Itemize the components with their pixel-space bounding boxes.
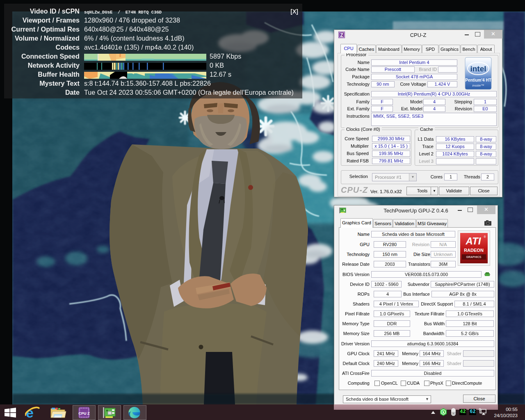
svg-text:intel: intel [470,64,486,73]
svg-text:GRAPHICS: GRAPHICS [466,256,482,258]
svg-text:®: ® [484,235,486,238]
svg-text:ATI: ATI [466,235,482,247]
svg-text:RADEON: RADEON [464,248,484,253]
svg-text:k: k [443,410,445,414]
svg-text:Pentium'4 HT: Pentium'4 HT [465,78,491,82]
svg-text:inside™: inside™ [472,84,484,87]
svg-text:CPU Z: CPU Z [79,411,90,415]
svg-text:×: × [452,411,454,415]
